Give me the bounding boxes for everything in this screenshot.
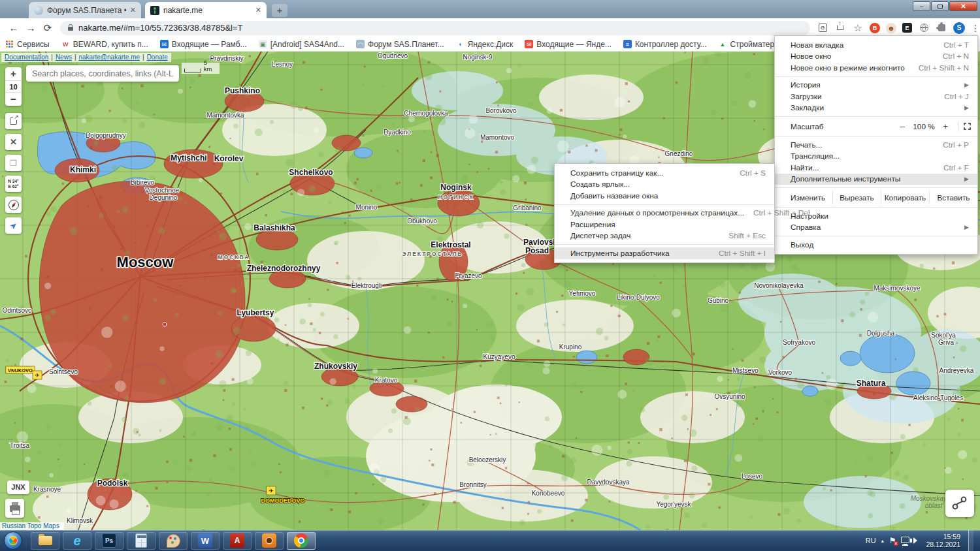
url-text[interactable]: nakarte.me/#m=10/55.72363/38.48785&l=T — [78, 23, 243, 33]
volume-icon[interactable] — [913, 537, 921, 544]
svg-text:Shatura: Shatura — [857, 379, 886, 388]
forward-button[interactable]: → — [22, 22, 39, 33]
azimuth-button[interactable] — [5, 197, 22, 213]
menu-item-new-incognito-window[interactable]: Новое окно в режиме инкогнитоCtrl + Shif… — [775, 62, 977, 74]
menu-kebab-icon[interactable]: ⋮ — [971, 23, 980, 33]
new-tab-button[interactable]: + — [272, 4, 287, 17]
map-link[interactable]: nakarte@nakarte.me — [79, 54, 140, 61]
menu-item-copy[interactable]: Копировать — [881, 191, 929, 204]
map-search[interactable] — [26, 65, 179, 82]
bookmark-favicon — [5, 40, 14, 48]
locate-button[interactable]: ➤ — [5, 217, 22, 234]
taskbar-app-photoshop[interactable]: Ps — [95, 532, 123, 550]
action-center-flag-icon[interactable]: ⚑ — [889, 536, 896, 545]
menu-item-new-tab[interactable]: Новая вкладкаCtrl + T — [775, 39, 977, 51]
bookmark-item[interactable]: Сервисы — [5, 40, 50, 49]
fullscreen-icon[interactable] — [964, 123, 971, 130]
menu-item-cast[interactable]: Трансляция... — [775, 151, 977, 163]
tab-sas-forum[interactable]: Форум SAS.Планета • Просмотр ✕ — [29, 2, 141, 18]
bookmark-item[interactable]: ◠Форум SAS.Планет... — [356, 40, 444, 49]
address-bar[interactable]: nakarte.me/#m=10/55.72363/38.48785&l=T — [60, 21, 810, 35]
bookmark-item[interactable]: ≡Контроллер досту... — [623, 40, 707, 49]
taskbar-app-windows-explorer[interactable] — [31, 532, 59, 550]
extension-e-icon[interactable]: E — [902, 23, 912, 33]
taskbar-app-internet-explorer[interactable]: e — [63, 532, 91, 550]
map-link[interactable]: News — [56, 54, 72, 61]
translate-icon[interactable]: G — [817, 22, 828, 34]
menu-item-find[interactable]: Найти...Ctrl + F — [775, 162, 977, 174]
jnx-export-button[interactable]: JNX — [7, 480, 29, 494]
menu-item-history[interactable]: История▶ — [775, 80, 977, 91]
menu-item-bookmarks[interactable]: Закладки▶ — [775, 102, 977, 114]
map-link[interactable]: Donate — [147, 54, 168, 61]
bookmark-item[interactable]: ✉Входящие — Рамб... — [160, 40, 247, 49]
menu-item-save-page-as[interactable]: Сохранить страницу как...Ctrl + S — [555, 167, 774, 179]
language-indicator[interactable]: RU — [866, 537, 876, 544]
bookmark-star-icon[interactable]: ☆ — [852, 22, 864, 34]
link-separator: | — [74, 54, 76, 61]
print-button[interactable] — [5, 499, 24, 518]
menu-item-label: Диспетчер задач — [570, 231, 719, 240]
bookmark-item[interactable]: ▣[Android] SAS4And... — [259, 40, 344, 49]
taskbar-app-media-viewer[interactable] — [255, 532, 284, 550]
menu-item-create-shortcut[interactable]: Создать ярлык... — [555, 179, 774, 191]
zoom-in-button[interactable]: + — [938, 121, 953, 131]
bookmark-favicon: ◠ — [356, 40, 365, 48]
menu-item-cut[interactable]: Вырезать — [832, 191, 881, 204]
extension-face-icon[interactable]: ☻ — [886, 23, 896, 33]
show-desktop-button[interactable] — [968, 530, 973, 551]
menu-item-label: Удаление данных о просмотренных страница… — [570, 208, 744, 217]
map-attribution[interactable]: Russian Topo Maps — [0, 522, 64, 530]
menu-item-clear-browsing-data[interactable]: Удаление данных о просмотренных страница… — [555, 208, 774, 219]
open-link-button[interactable] — [5, 113, 22, 129]
tab-nakarte[interactable]: nakarte.me ✕ — [145, 2, 267, 18]
menu-item-print[interactable]: Печать...Ctrl + P — [775, 139, 977, 151]
menu-item-task-manager[interactable]: Диспетчер задачShift + Esc — [555, 230, 774, 242]
search-input[interactable] — [26, 69, 179, 78]
hidden-icons-arrow-icon[interactable]: ▴ — [881, 538, 884, 544]
taskbar-app-word[interactable]: W — [191, 532, 220, 550]
measure-button[interactable]: ✕ — [5, 134, 22, 150]
menu-item-new-window[interactable]: Новое окноCtrl + N — [775, 51, 977, 63]
share-icon[interactable] — [834, 22, 846, 34]
extension-b-icon[interactable]: B — [870, 23, 880, 33]
back-button[interactable]: ← — [5, 22, 22, 33]
extension-globe-icon[interactable] — [918, 22, 930, 34]
svg-text:МОСКВА: МОСКВА — [218, 254, 250, 260]
taskbar-app-chrome[interactable] — [287, 532, 316, 550]
bookmark-item[interactable]: ◖Яндекс.Диск — [456, 40, 514, 49]
coordinates-button[interactable]: N 34°E 62° — [5, 176, 22, 192]
zoom-out-button[interactable]: − — [5, 93, 22, 106]
bookmark-item[interactable]: WBEWARD, купить п... — [61, 40, 148, 49]
clock[interactable]: 15:59 28.12.2021 — [926, 533, 960, 548]
reload-button[interactable]: ⟳ — [39, 22, 56, 34]
close-button[interactable]: ✕ — [949, 1, 977, 11]
extensions-puzzle-icon[interactable] — [936, 22, 947, 34]
map-link[interactable]: Documentation — [5, 54, 48, 61]
menu-item-exit[interactable]: Выход — [775, 239, 977, 251]
link-separator: | — [142, 54, 144, 61]
menu-item-name-window[interactable]: Добавить название окна — [555, 190, 774, 202]
taskbar-app-calculator[interactable] — [127, 532, 155, 550]
tab-close-icon[interactable]: ✕ — [130, 6, 136, 14]
menu-item-paste[interactable]: Вставить — [929, 191, 977, 204]
menu-item-help[interactable]: Справка▶ — [775, 222, 977, 234]
menu-item-extensions[interactable]: Расширения — [555, 219, 774, 230]
bookmark-item[interactable]: ✉Входящие — Янде... — [525, 40, 612, 49]
menu-item-more-tools[interactable]: Дополнительные инструменты▶ — [775, 174, 977, 185]
taskbar-app-acrobat[interactable]: A — [223, 532, 252, 550]
svg-text:Mamontovka: Mamontovka — [206, 112, 244, 119]
layers-button[interactable]: ❐ — [5, 155, 22, 171]
taskbar-app-paint[interactable] — [159, 532, 188, 550]
start-button[interactable] — [4, 531, 22, 550]
tab-close-icon[interactable]: ✕ — [255, 6, 261, 14]
zoom-in-button[interactable]: + — [5, 67, 22, 80]
track-tool-button[interactable] — [945, 490, 974, 517]
network-icon[interactable] — [901, 537, 909, 543]
profile-avatar[interactable]: S — [953, 22, 965, 34]
zoom-out-button[interactable]: – — [895, 121, 909, 131]
menu-item-downloads[interactable]: ЗагрузкиCtrl + J — [775, 91, 977, 102]
minimize-button[interactable]: – — [913, 1, 930, 11]
maximize-button[interactable] — [931, 1, 949, 11]
menu-item-developer-tools[interactable]: Инструменты разработчикаCtrl + Shift + I — [555, 247, 774, 259]
